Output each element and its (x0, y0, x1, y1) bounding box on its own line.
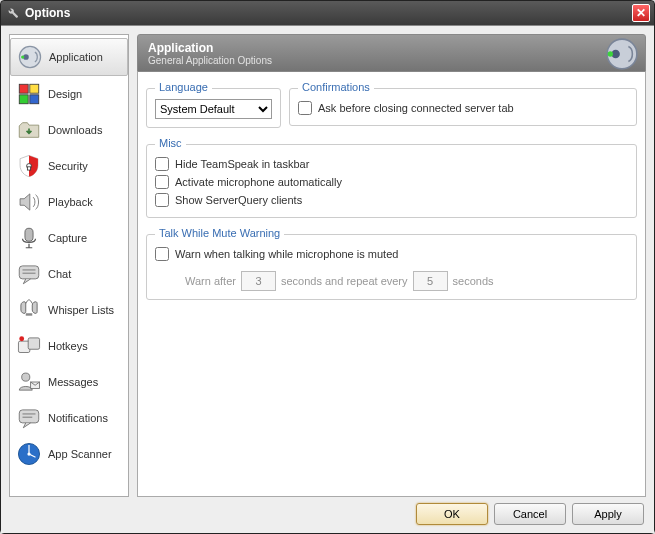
sidebar-item-label: Chat (48, 268, 71, 280)
confirm-close-tab-checkbox[interactable]: Ask before closing connected server tab (298, 99, 628, 117)
confirmations-group: Confirmations Ask before closing connect… (289, 88, 637, 126)
svg-rect-13 (26, 313, 33, 315)
group-label: Language (155, 81, 212, 93)
close-icon: ✕ (636, 6, 646, 20)
sidebar-item-label: Hotkeys (48, 340, 88, 352)
sidebar-item-label: Security (48, 160, 88, 172)
warn-timing-row: Warn after seconds and repeat every seco… (155, 271, 628, 291)
app-scanner-icon (15, 440, 43, 468)
content-header: Application General Application Options (137, 34, 646, 72)
checkbox-label: Ask before closing connected server tab (318, 102, 514, 114)
messages-icon (15, 368, 43, 396)
whisper-lists-icon (15, 296, 43, 324)
group-label: Talk While Mute Warning (155, 227, 284, 239)
page-title: Application (148, 41, 635, 55)
misc-group: Misc Hide TeamSpeak in taskbar Activate … (146, 144, 637, 218)
checkbox-input[interactable] (155, 193, 169, 207)
options-window: Options ✕ Application Design (0, 0, 655, 534)
button-row: OK Cancel Apply (9, 503, 646, 525)
sidebar-item-chat[interactable]: Chat (10, 256, 128, 292)
sidebar-item-label: App Scanner (48, 448, 112, 460)
apply-button[interactable]: Apply (572, 503, 644, 525)
body-area: Application Design Downloads (1, 25, 654, 533)
svg-rect-19 (19, 410, 39, 423)
svg-rect-15 (28, 338, 39, 349)
svg-rect-9 (25, 228, 33, 241)
page-subtitle: General Application Options (148, 55, 635, 66)
checkbox-input[interactable] (155, 175, 169, 189)
sidebar-item-capture[interactable]: Capture (10, 220, 128, 256)
form-area: Language System Default Confirmations As… (137, 72, 646, 497)
warn-while-muted-checkbox[interactable]: Warn when talking while microphone is mu… (155, 245, 628, 263)
sidebar-item-design[interactable]: Design (10, 76, 128, 112)
checkbox-input[interactable] (298, 101, 312, 115)
notifications-icon (15, 404, 43, 432)
svg-point-16 (19, 336, 24, 341)
sidebar-item-label: Design (48, 88, 82, 100)
sidebar-item-app-scanner[interactable]: App Scanner (10, 436, 128, 472)
downloads-icon (15, 116, 43, 144)
sidebar-item-label: Downloads (48, 124, 102, 136)
sidebar-item-label: Messages (48, 376, 98, 388)
content-area: Application General Application Options … (137, 34, 646, 497)
language-select[interactable]: System Default (155, 99, 272, 119)
checkbox-label: Hide TeamSpeak in taskbar (175, 158, 309, 170)
titlebar[interactable]: Options ✕ (1, 1, 654, 25)
svg-rect-5 (19, 95, 28, 104)
svg-point-25 (27, 452, 30, 455)
svg-rect-8 (27, 167, 30, 170)
checkbox-label: Show ServerQuery clients (175, 194, 302, 206)
show-serverquery-checkbox[interactable]: Show ServerQuery clients (155, 191, 628, 209)
close-button[interactable]: ✕ (632, 4, 650, 22)
hotkeys-icon (15, 332, 43, 360)
design-icon (15, 80, 43, 108)
sidebar-item-label: Whisper Lists (48, 304, 114, 316)
sidebar-item-label: Application (49, 51, 103, 63)
sidebar-item-messages[interactable]: Messages (10, 364, 128, 400)
svg-rect-4 (30, 84, 39, 93)
checkbox-label: Warn when talking while microphone is mu… (175, 248, 398, 260)
svg-point-28 (608, 51, 613, 56)
checkbox-input[interactable] (155, 247, 169, 261)
activate-mic-checkbox[interactable]: Activate microphone automatically (155, 173, 628, 191)
application-icon (16, 43, 44, 71)
talk-while-mute-group: Talk While Mute Warning Warn when talkin… (146, 234, 637, 300)
sidebar-item-label: Capture (48, 232, 87, 244)
svg-point-17 (22, 373, 30, 381)
seconds-label: seconds (453, 275, 494, 287)
sidebar-item-playback[interactable]: Playback (10, 184, 128, 220)
checkbox-label: Activate microphone automatically (175, 176, 342, 188)
application-icon (605, 37, 639, 71)
sidebar-item-security[interactable]: Security (10, 148, 128, 184)
warn-after-spinner[interactable] (241, 271, 276, 291)
main-row: Application Design Downloads (9, 34, 646, 497)
security-icon (15, 152, 43, 180)
sidebar-item-application[interactable]: Application (10, 38, 128, 76)
checkbox-input[interactable] (155, 157, 169, 171)
chat-icon (15, 260, 43, 288)
repeat-every-spinner[interactable] (413, 271, 448, 291)
group-label: Confirmations (298, 81, 374, 93)
window-title: Options (25, 6, 70, 20)
sidebar-item-label: Playback (48, 196, 93, 208)
sidebar-item-downloads[interactable]: Downloads (10, 112, 128, 148)
svg-rect-6 (30, 95, 39, 104)
wrench-icon (5, 5, 19, 22)
playback-icon (15, 188, 43, 216)
sidebar-item-whisper-lists[interactable]: Whisper Lists (10, 292, 128, 328)
group-label: Misc (155, 137, 186, 149)
capture-icon (15, 224, 43, 252)
svg-point-2 (21, 55, 24, 58)
ok-button[interactable]: OK (416, 503, 488, 525)
sidebar-item-notifications[interactable]: Notifications (10, 400, 128, 436)
svg-rect-10 (19, 266, 39, 279)
sidebar-item-hotkeys[interactable]: Hotkeys (10, 328, 128, 364)
sidebar-item-label: Notifications (48, 412, 108, 424)
svg-rect-3 (19, 84, 28, 93)
hide-taskbar-checkbox[interactable]: Hide TeamSpeak in taskbar (155, 155, 628, 173)
language-group: Language System Default (146, 88, 281, 128)
repeat-every-label: seconds and repeat every (281, 275, 408, 287)
sidebar: Application Design Downloads (9, 34, 129, 497)
cancel-button[interactable]: Cancel (494, 503, 566, 525)
warn-after-label: Warn after (185, 275, 236, 287)
